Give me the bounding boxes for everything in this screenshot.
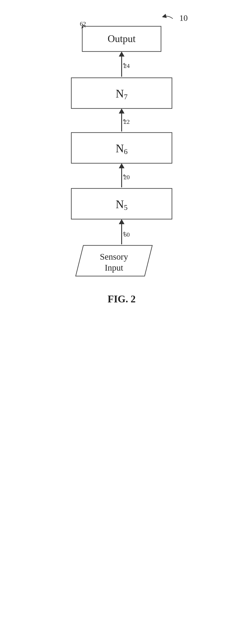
ref-10-arrow — [164, 16, 173, 19]
ref-22-curve — [123, 120, 125, 122]
n6-box — [71, 132, 172, 163]
n5-box — [71, 188, 172, 219]
output-label: Output — [108, 33, 136, 44]
arrow-n7-output-head — [119, 52, 125, 56]
sensory-label-line1: Sensory — [100, 252, 128, 262]
ref-20-label: 20 — [124, 174, 130, 180]
ref-10-label: 10 — [179, 13, 188, 22]
fig-label: FIG. 2 — [108, 294, 136, 304]
ref-24-curve — [123, 63, 125, 67]
ref-62-arrowhead — [81, 26, 84, 28]
sensory-label-line2: Input — [105, 263, 123, 272]
ref-62-curve — [82, 25, 85, 28]
ref-60-curve — [123, 232, 125, 235]
ref-20-curve — [123, 175, 125, 178]
arrow-n6-n7-head — [119, 108, 125, 114]
n7-box — [71, 78, 172, 108]
ref-22-label: 22 — [124, 118, 130, 125]
n7-label: N7 — [116, 88, 128, 101]
arrow-sensory-n5-head — [119, 219, 125, 224]
ref-60-label: 60 — [124, 231, 130, 238]
ref-62-label: 62 — [80, 20, 86, 27]
n6-label: N6 — [116, 142, 128, 156]
arrow-n5-n6-head — [119, 163, 125, 168]
n5-label: N5 — [116, 198, 128, 212]
sensory-box — [76, 246, 152, 276]
ref-10-arrowhead — [163, 15, 166, 18]
output-box — [82, 26, 161, 52]
ref-24-label: 24 — [124, 62, 130, 69]
